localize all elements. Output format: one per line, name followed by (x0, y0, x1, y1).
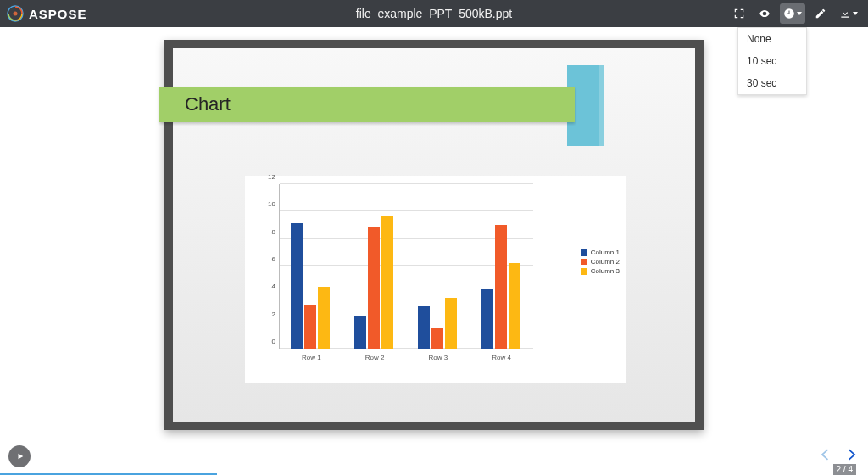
timer-button[interactable] (780, 3, 805, 24)
chevron-down-icon (853, 12, 858, 15)
legend-item: Column 3 (581, 267, 620, 275)
aspose-swirl-icon (7, 5, 24, 22)
bar (291, 223, 303, 349)
clock-icon (783, 8, 795, 20)
chevron-down-icon (797, 12, 802, 15)
y-axis-tick: 10 (268, 200, 275, 208)
legend-swatch-icon (581, 249, 587, 256)
bar (509, 263, 520, 349)
legend-item: Column 1 (581, 249, 620, 256)
x-axis-tick: Row 1 (302, 354, 321, 361)
legend-item: Column 2 (581, 258, 620, 265)
eye-icon (759, 8, 771, 20)
play-button[interactable] (8, 445, 31, 467)
timer-option-none[interactable]: None (738, 28, 806, 50)
brand-logo: ASPOSE (7, 5, 87, 22)
bar-group (481, 225, 520, 349)
page-indicator: 2 / 4 (833, 464, 856, 475)
timer-option-10[interactable]: 10 sec (738, 50, 806, 72)
y-axis-tick: 6 (272, 255, 275, 263)
bar (418, 306, 430, 349)
y-axis-tick: 12 (268, 173, 275, 181)
timer-dropdown: None 10 sec 30 sec (737, 27, 807, 95)
chart-plot: 024681012Row 1Row 2Row 3Row 4 (279, 184, 533, 349)
bar-group (291, 223, 330, 349)
edit-button[interactable] (810, 3, 831, 24)
legend-swatch-icon (581, 259, 587, 265)
legend-label: Column 3 (591, 267, 620, 275)
visibility-button[interactable] (754, 3, 775, 24)
bar-group (418, 298, 457, 349)
toolbar-actions (729, 3, 861, 24)
bar (481, 289, 493, 349)
play-icon (16, 452, 25, 461)
grid-line (280, 210, 533, 211)
bar (318, 287, 330, 349)
download-icon (839, 8, 851, 20)
x-axis-tick: Row 4 (492, 354, 511, 361)
bar (495, 225, 507, 349)
chevron-right-icon (843, 446, 860, 463)
fullscreen-icon (733, 8, 745, 20)
y-axis-tick: 0 (272, 338, 275, 345)
grid-line (280, 183, 533, 184)
bar-group (354, 216, 393, 349)
x-axis-tick: Row 2 (365, 354, 385, 361)
slide: Chart 024681012Row 1Row 2Row 3Row 4 Colu… (173, 48, 695, 422)
y-axis-tick: 8 (272, 227, 275, 235)
brand-name: ASPOSE (29, 7, 87, 21)
bar (445, 298, 457, 349)
x-axis-tick: Row 3 (429, 354, 448, 361)
bar (354, 316, 366, 349)
svg-point-1 (14, 12, 18, 16)
top-toolbar: ASPOSE file_example_PPT_500kB.ppt (0, 0, 868, 27)
legend-swatch-icon (581, 268, 587, 275)
prev-slide-button[interactable] (817, 446, 834, 467)
slide-title: Chart (159, 87, 575, 122)
y-axis-tick: 2 (272, 310, 275, 317)
edit-icon (815, 8, 826, 20)
file-title: file_example_PPT_500kB.ppt (356, 7, 512, 20)
slide-frame: Chart 024681012Row 1Row 2Row 3Row 4 Colu… (164, 40, 704, 430)
chart: 024681012Row 1Row 2Row 3Row 4 Column 1 C… (245, 176, 626, 383)
y-axis-tick: 4 (272, 282, 275, 290)
bar (381, 216, 393, 349)
bar (304, 305, 316, 349)
legend-label: Column 1 (591, 249, 620, 256)
chevron-left-icon (817, 446, 834, 463)
footer-nav (0, 443, 868, 475)
chart-legend: Column 1 Column 2 Column 3 (581, 249, 620, 277)
fullscreen-button[interactable] (729, 3, 749, 24)
timer-option-30[interactable]: 30 sec (738, 72, 806, 94)
bar (368, 227, 380, 349)
legend-label: Column 2 (591, 258, 620, 265)
download-button[interactable] (836, 3, 861, 24)
bar (431, 328, 443, 349)
